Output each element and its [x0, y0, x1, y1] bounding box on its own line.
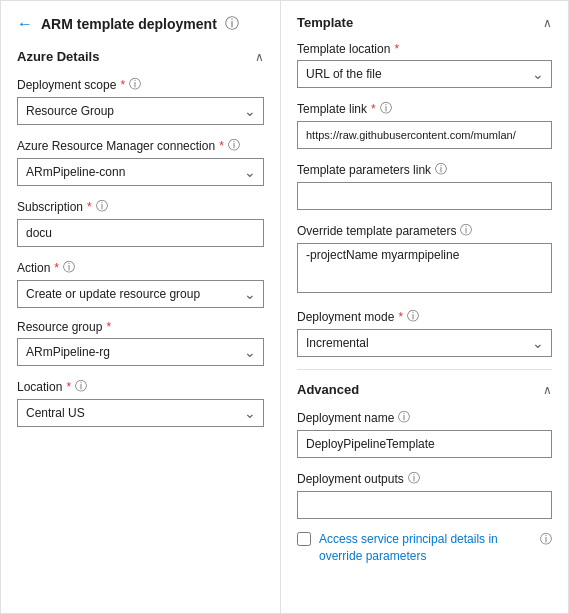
- location-select[interactable]: Central US: [17, 399, 264, 427]
- override-template-parameters-label: Override template parameters ⓘ: [297, 222, 552, 239]
- deployment-mode-label: Deployment mode * ⓘ: [297, 308, 552, 325]
- deployment-scope-info[interactable]: ⓘ: [129, 76, 141, 93]
- template-chevron[interactable]: ∧: [543, 16, 552, 30]
- left-panel: ← ARM template deployment ⓘ Azure Detail…: [1, 1, 281, 613]
- subscription-label: Subscription * ⓘ: [17, 198, 264, 215]
- advanced-section-header: Advanced ∧: [297, 382, 552, 397]
- access-service-principal-info[interactable]: ⓘ: [540, 531, 552, 548]
- required-marker: *: [371, 102, 376, 116]
- page-title: ARM template deployment: [41, 16, 217, 32]
- resource-group-field: Resource group * ARmPipeline-rg: [17, 320, 264, 366]
- arm-connection-select-wrapper: ARmPipeline-conn: [17, 158, 264, 186]
- deployment-outputs-info[interactable]: ⓘ: [408, 470, 420, 487]
- advanced-chevron[interactable]: ∧: [543, 383, 552, 397]
- access-service-principal-checkbox[interactable]: [297, 532, 311, 546]
- action-info[interactable]: ⓘ: [63, 259, 75, 276]
- template-parameters-link-input[interactable]: [297, 182, 552, 210]
- location-field: Location * ⓘ Central US: [17, 378, 264, 427]
- template-link-input[interactable]: [297, 121, 552, 149]
- location-select-wrapper: Central US: [17, 399, 264, 427]
- deployment-name-label: Deployment name ⓘ: [297, 409, 552, 426]
- deployment-scope-field: Deployment scope * ⓘ Resource Group: [17, 76, 264, 125]
- action-field: Action * ⓘ Create or update resource gro…: [17, 259, 264, 308]
- resource-group-label: Resource group *: [17, 320, 264, 334]
- right-panel: Template ∧ Template location * URL of th…: [281, 1, 568, 613]
- action-select[interactable]: Create or update resource group: [17, 280, 264, 308]
- template-link-info[interactable]: ⓘ: [380, 100, 392, 117]
- template-parameters-link-label: Template parameters link ⓘ: [297, 161, 552, 178]
- deployment-name-input[interactable]: [297, 430, 552, 458]
- required-marker: *: [394, 42, 399, 56]
- deployment-outputs-label: Deployment outputs ⓘ: [297, 470, 552, 487]
- access-service-principal-label: Access service principal details in over…: [319, 531, 532, 565]
- deployment-mode-info[interactable]: ⓘ: [407, 308, 419, 325]
- action-label: Action * ⓘ: [17, 259, 264, 276]
- required-marker: *: [398, 310, 403, 324]
- subscription-info[interactable]: ⓘ: [96, 198, 108, 215]
- azure-details-section-header: Azure Details ∧: [17, 49, 264, 64]
- section-divider: [297, 369, 552, 370]
- deployment-outputs-field: Deployment outputs ⓘ: [297, 470, 552, 519]
- deployment-outputs-input[interactable]: [297, 491, 552, 519]
- template-link-label: Template link * ⓘ: [297, 100, 552, 117]
- deployment-scope-select-wrapper: Resource Group: [17, 97, 264, 125]
- advanced-section-title: Advanced: [297, 382, 359, 397]
- deployment-mode-select[interactable]: Incremental: [297, 329, 552, 357]
- template-location-select-wrapper: URL of the file: [297, 60, 552, 88]
- override-template-parameters-info[interactable]: ⓘ: [460, 222, 472, 239]
- required-marker: *: [120, 78, 125, 92]
- required-marker: *: [106, 320, 111, 334]
- template-parameters-link-info[interactable]: ⓘ: [435, 161, 447, 178]
- deployment-name-info[interactable]: ⓘ: [398, 409, 410, 426]
- access-service-principal-checkbox-group: Access service principal details in over…: [297, 531, 552, 565]
- override-template-parameters-field: Override template parameters ⓘ -projectN…: [297, 222, 552, 296]
- required-marker: *: [66, 380, 71, 394]
- template-location-select[interactable]: URL of the file: [297, 60, 552, 88]
- template-section-title: Template: [297, 15, 353, 30]
- subscription-field: Subscription * ⓘ: [17, 198, 264, 247]
- page-header: ← ARM template deployment ⓘ: [17, 15, 264, 33]
- deployment-mode-field: Deployment mode * ⓘ Incremental: [297, 308, 552, 357]
- template-parameters-link-field: Template parameters link ⓘ: [297, 161, 552, 210]
- override-template-parameters-textarea[interactable]: -projectName myarmpipeline: [297, 243, 552, 293]
- azure-details-title: Azure Details: [17, 49, 99, 64]
- action-select-wrapper: Create or update resource group: [17, 280, 264, 308]
- arm-connection-field: Azure Resource Manager connection * ⓘ AR…: [17, 137, 264, 186]
- deployment-name-field: Deployment name ⓘ: [297, 409, 552, 458]
- template-location-field: Template location * URL of the file: [297, 42, 552, 88]
- deployment-mode-select-wrapper: Incremental: [297, 329, 552, 357]
- header-info-icon[interactable]: ⓘ: [225, 15, 239, 33]
- template-section-header: Template ∧: [297, 15, 552, 30]
- template-link-field: Template link * ⓘ: [297, 100, 552, 149]
- required-marker: *: [54, 261, 59, 275]
- advanced-section: Advanced ∧ Deployment name ⓘ Deployment …: [297, 382, 552, 565]
- back-button[interactable]: ←: [17, 15, 33, 33]
- arm-connection-label: Azure Resource Manager connection * ⓘ: [17, 137, 264, 154]
- subscription-input[interactable]: [17, 219, 264, 247]
- location-info[interactable]: ⓘ: [75, 378, 87, 395]
- arm-connection-info[interactable]: ⓘ: [228, 137, 240, 154]
- deployment-scope-select[interactable]: Resource Group: [17, 97, 264, 125]
- azure-details-chevron[interactable]: ∧: [255, 50, 264, 64]
- required-marker: *: [219, 139, 224, 153]
- template-location-label: Template location *: [297, 42, 552, 56]
- deployment-scope-label: Deployment scope * ⓘ: [17, 76, 264, 93]
- required-marker: *: [87, 200, 92, 214]
- resource-group-select[interactable]: ARmPipeline-rg: [17, 338, 264, 366]
- arm-connection-select[interactable]: ARmPipeline-conn: [17, 158, 264, 186]
- location-label: Location * ⓘ: [17, 378, 264, 395]
- resource-group-select-wrapper: ARmPipeline-rg: [17, 338, 264, 366]
